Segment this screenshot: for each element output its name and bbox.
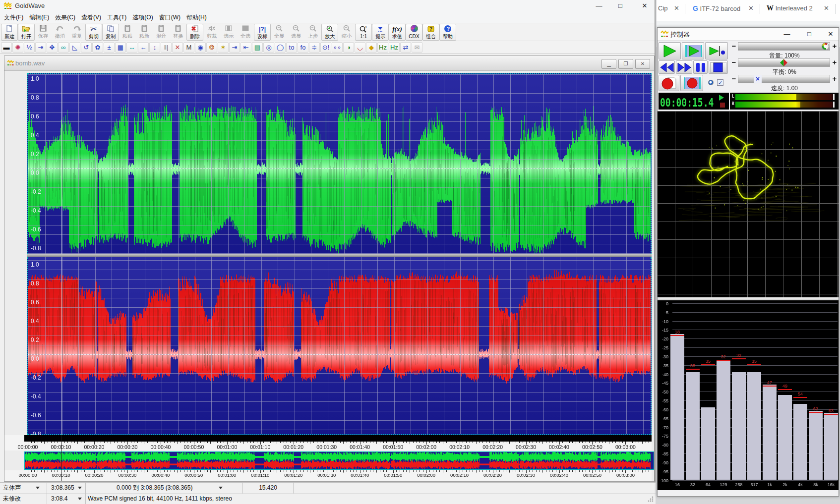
toolbar-button-cue[interactable]: 提示 [372,24,389,41]
fx-alert1-button[interactable]: ⊙! [320,42,331,53]
fx-ramp-button[interactable]: ◺ [69,42,80,53]
controller-close-button[interactable]: ✕ [823,30,838,39]
fx-bars-button[interactable]: ‖| [161,42,172,53]
fx-hzwidth-button[interactable]: Hz [389,42,400,53]
fx-resample-button[interactable]: ⇄ [400,42,411,53]
toolbar-button-pastenew[interactable]: 粘新 [136,24,153,41]
toolbar-button-save[interactable]: 保存 [35,24,52,41]
fx-flip1-button[interactable]: to [286,42,297,53]
speed-slider[interactable]: − × + [730,75,839,83]
menu-item-2[interactable]: 效果(C) [52,12,78,23]
toolbar-button-eval[interactable]: f(x)求值 [389,24,406,41]
toolbar-button-setmark[interactable]: |?|设标 [254,24,271,41]
stop-button[interactable] [709,60,728,74]
waveform-left-channel[interactable]: 1.00.80.60.40.20.0-0.2-0.4-0.6-0.8 [27,73,652,254]
toolbar-button-preset[interactable]: ?组合 [422,24,439,41]
fx-zoom1-button[interactable]: ◎ [263,42,274,53]
resize-grip[interactable] [646,495,654,503]
toolbar-button-trim[interactable]: 剪裁 [203,24,220,41]
controller-maximize-button[interactable]: □ [802,30,817,39]
fx-cross-button[interactable]: ✶ [218,42,229,53]
tab-close-icon[interactable]: ✕ [674,4,679,12]
monitor-radio[interactable] [708,80,714,85]
doc-close-button[interactable]: ✕ [635,59,650,69]
toolbar-button-new[interactable]: 新建 [1,24,18,41]
toolbar-button-copy[interactable]: 复制 [102,24,119,41]
toolbar-button-selall[interactable]: 全选 [237,24,254,41]
tab-close-icon[interactable]: ✕ [824,4,829,12]
waveform-right-channel[interactable]: 1.00.80.60.40.20.0-0.2-0.4-0.6-0.8 [27,257,652,435]
menu-item-7[interactable]: 帮助(H) [183,12,210,23]
fx-mail-button[interactable]: ✉ [412,42,422,53]
fx-swirl-button[interactable]: ❂ [206,42,217,53]
browser-tab-0[interactable]: Cip [658,0,668,17]
toolbar-button-zoomin[interactable]: 放大 [321,24,338,41]
toolbar-button-prevzoom[interactable]: 上步 [304,24,321,41]
balance-slider[interactable]: − + [730,58,839,67]
fx-pan-button[interactable]: ◑ [343,42,354,53]
toolbar-button-mix[interactable]: 混音 [153,24,170,41]
fx-move-button[interactable]: ✥ [47,42,58,53]
status-marker-time[interactable]: 15.420 [243,483,294,494]
fx-offset-button[interactable]: ± [104,42,115,53]
toolbar-button-undo[interactable]: 撤消 [52,24,68,41]
record-button[interactable] [659,75,679,91]
menu-item-5[interactable]: 选项(O) [129,12,156,23]
status-channel-mode[interactable]: 立体声 [0,483,47,494]
toolbar-button-help[interactable]: ?帮助 [439,24,456,41]
fx-mechanize-button[interactable]: ✿ [92,42,103,53]
toolbar-button-showsel[interactable]: 选显 [288,24,304,41]
fx-rings-button[interactable]: ∘∘ [332,42,343,53]
menu-item-4[interactable]: 工具(T) [104,12,129,23]
fx-level-button[interactable]: ▬ [1,42,12,53]
fx-flip2-button[interactable]: fo [298,42,308,53]
doc-minimize-button[interactable]: ▁ [601,59,616,69]
menu-item-0[interactable]: 文件(F) [1,12,26,23]
volume-thumb[interactable] [822,43,829,50]
tab-close-icon[interactable]: ✕ [748,4,754,12]
fx-left-button[interactable]: ← [138,42,149,53]
fx-xy-button[interactable]: ✕ [172,42,183,53]
play-selection-button[interactable] [705,42,728,59]
time-ruler[interactable] [4,435,652,450]
fx-pinwheel-button[interactable]: ✺ [12,42,23,53]
toolbar-button-cut[interactable]: ✂剪切 [85,24,102,41]
overview-ruler[interactable] [4,470,652,481]
record-all-button[interactable] [680,75,703,91]
fx-out-button[interactable]: ⇤ [240,42,251,53]
fx-width-button[interactable]: ↔ [126,42,137,53]
play-button[interactable] [659,42,681,59]
toolbar-button-paste[interactable]: 粘贴 [119,24,136,41]
fx-rainbow-button[interactable]: ▤ [252,42,263,53]
fx-eq-button[interactable]: ≑ [309,42,320,53]
toolbar-button-redo[interactable]: 重复 [68,24,85,41]
menu-item-3[interactable]: 查看(V) [78,12,104,23]
play-all-button[interactable] [682,42,704,59]
controller-titlebar[interactable]: 控制器 — □ ✕ [658,28,839,41]
browser-tab-2[interactable]: W Interleaved 2 [767,0,813,17]
fx-updown-button[interactable]: ↕ [149,42,160,53]
monitor-checkbox[interactable]: ✓ [717,79,723,86]
speed-thumb[interactable]: × [754,75,762,83]
document-titlebar[interactable]: bomb.wav ▁ ❐ ✕ [4,56,654,71]
status-length[interactable]: 3:08.365 [47,483,86,494]
pause-button[interactable] [693,60,708,74]
rewind-button[interactable] [659,60,675,74]
status-position[interactable]: 3:08.4 [47,494,86,504]
overview-strip[interactable] [24,451,654,470]
fast-forward-button[interactable] [676,60,692,74]
toolbar-button-selview[interactable]: 选示 [220,24,237,41]
fx-circle1-button[interactable]: ◯ [275,42,286,53]
toolbar-button-zoomout[interactable]: 缩小 [338,24,355,41]
toolbar-button-replace[interactable]: 替换 [170,24,186,41]
maximize-button[interactable]: □ [613,1,628,10]
status-selection[interactable]: 0.000 到 3:08.365 (3:08.365) [86,483,243,494]
fx-mixer-button[interactable]: ▦ [115,42,126,53]
fx-smile-button[interactable]: ◡ [355,42,365,53]
minimize-button[interactable]: — [592,1,606,10]
fx-playhead-button[interactable]: ⇥ [35,42,46,53]
fx-hzplay-button[interactable]: Hz [377,42,388,53]
toolbar-button-zoom11[interactable]: 11:1 [355,24,372,41]
browser-tab-1[interactable]: G ITF-72 barcod [693,0,740,17]
fx-m-button[interactable]: M [183,42,194,53]
